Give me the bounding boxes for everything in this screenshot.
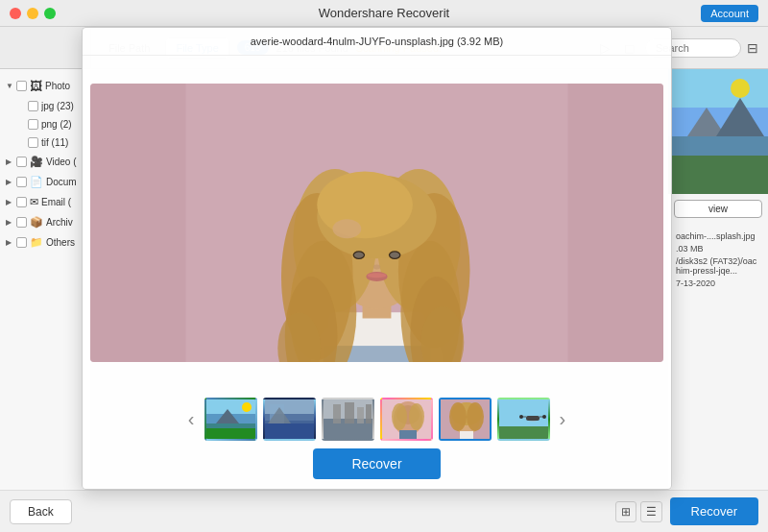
thumbnail-2[interactable] — [263, 398, 316, 441]
right-panel-info: oachim-....splash.jpg .03 MB /disk3s2 (F… — [668, 224, 768, 299]
preview-button[interactable]: view — [674, 200, 762, 218]
svg-point-71 — [542, 415, 546, 419]
thumbnail-6[interactable] — [497, 398, 550, 441]
account-button[interactable]: Account — [701, 5, 758, 22]
bottom-bar: Back ⊞ ☰ Recover — [0, 490, 768, 532]
doc-icon: 📄 — [30, 176, 43, 188]
svg-rect-49 — [345, 402, 354, 423]
svg-rect-48 — [333, 404, 341, 423]
svg-point-32 — [373, 265, 380, 270]
svg-point-61 — [449, 402, 467, 431]
video-label: Video ( — [46, 157, 77, 167]
svg-rect-67 — [526, 416, 540, 421]
svg-point-56 — [392, 403, 407, 430]
minimize-button[interactable] — [27, 8, 38, 19]
photo-folder-icon: 🖼 — [30, 79, 42, 93]
right-panel-thumbnail — [668, 69, 768, 194]
list-view-button[interactable]: ☰ — [640, 501, 662, 522]
thumbnail-1[interactable] — [204, 398, 257, 441]
right-panel-date: 7-13-2020 — [676, 278, 760, 288]
sidebar-item-label: Photo — [45, 81, 70, 91]
email-checkbox[interactable] — [16, 197, 27, 207]
expand-icon-video: ▶ — [6, 157, 13, 166]
video-checkbox[interactable] — [16, 157, 27, 167]
svg-point-30 — [354, 252, 364, 257]
preview-overlay: averie-woodard-4nulm-JUYFo-unsplash.jpg … — [82, 27, 672, 490]
svg-rect-65 — [499, 426, 550, 441]
main-recover-button[interactable]: Recover — [670, 497, 758, 525]
svg-rect-50 — [357, 407, 364, 423]
video-icon: 🎥 — [30, 156, 43, 168]
prev-thumbnail-button[interactable]: ‹ — [184, 408, 199, 430]
svg-rect-9 — [568, 84, 664, 362]
archive-icon: 📦 — [30, 216, 43, 229]
preview-main-image — [83, 56, 671, 390]
file-tree: ▼ 🖼 Photo jpg (23) png (2) tif (11) — [0, 69, 91, 490]
svg-point-57 — [409, 403, 424, 430]
right-panel-filename: oachim-....splash.jpg — [676, 231, 760, 241]
expand-icon-others: ▶ — [6, 238, 13, 247]
woman-photo — [90, 84, 663, 362]
main-container: File Path File Type 619 216 files Found … — [0, 27, 768, 532]
sidebar-top-area — [0, 27, 91, 68]
email-label: Email ( — [41, 197, 71, 207]
tif-label: tif (11) — [41, 137, 68, 148]
sidebar-item-tif[interactable]: tif (11) — [0, 133, 90, 152]
thumbnail-4[interactable] — [380, 398, 433, 441]
png-checkbox[interactable] — [28, 119, 38, 130]
right-panel: view oachim-....splash.jpg .03 MB /disk3… — [667, 69, 768, 490]
sidebar-item-video[interactable]: ▶ 🎥 Video ( — [0, 152, 90, 172]
thumbnail-3[interactable] — [322, 398, 374, 441]
doc-checkbox[interactable] — [16, 177, 27, 187]
svg-point-27 — [332, 219, 361, 238]
svg-rect-42 — [265, 421, 316, 441]
right-panel-preview-image — [668, 69, 768, 194]
window-controls — [10, 8, 56, 19]
sidebar-item-jpg[interactable]: jpg (23) — [0, 97, 90, 115]
right-panel-filesize: .03 MB — [676, 244, 760, 254]
jpg-checkbox[interactable] — [28, 101, 38, 111]
title-bar: Wondershare Recoverit Account — [0, 0, 768, 27]
arch-checkbox[interactable] — [16, 217, 27, 228]
svg-rect-63 — [460, 431, 473, 441]
right-panel-location: /disk3s2 (FAT32)/oachim-pressl-jqe... — [676, 256, 760, 276]
svg-point-40 — [242, 402, 252, 412]
view-toggle: ⊞ ☰ — [615, 501, 662, 522]
svg-point-5 — [731, 79, 750, 98]
expand-icon-doc: ▶ — [6, 178, 13, 186]
expand-icon-email: ▶ — [6, 198, 13, 206]
svg-point-31 — [390, 252, 399, 257]
photo-checkbox[interactable] — [16, 81, 27, 91]
svg-rect-8 — [90, 84, 186, 362]
close-button[interactable] — [10, 8, 21, 19]
others-label: Others — [46, 237, 75, 248]
preview-thumbnails-row: ‹ — [83, 390, 671, 448]
tif-checkbox[interactable] — [28, 137, 38, 148]
expand-icon: ▼ — [6, 82, 13, 90]
thumbnail-5[interactable] — [439, 398, 492, 441]
preview-title: averie-woodard-4nulm-JUYFo-unsplash.jpg … — [83, 28, 671, 56]
doc-label: Docum — [46, 177, 77, 187]
jpg-label: jpg (23) — [41, 101, 74, 111]
preview-recover-button[interactable]: Recover — [313, 448, 440, 479]
sidebar-item-document[interactable]: ▶ 📄 Docum — [0, 172, 90, 192]
png-label: png (2) — [41, 119, 72, 130]
sidebar-item-others[interactable]: ▶ 📁 Others — [0, 232, 90, 253]
sidebar-item-png[interactable]: png (2) — [0, 115, 90, 133]
svg-rect-55 — [399, 430, 417, 441]
filter-icon[interactable]: ⊟ — [747, 40, 758, 56]
next-thumbnail-button[interactable]: › — [556, 408, 570, 430]
maximize-button[interactable] — [44, 8, 56, 19]
expand-icon-arch: ▶ — [6, 218, 13, 227]
sidebar-item-email[interactable]: ▶ ✉ Email ( — [0, 192, 90, 212]
sidebar-item-archive[interactable]: ▶ 📦 Archiv — [0, 212, 90, 232]
svg-point-24 — [317, 172, 413, 239]
svg-rect-51 — [366, 404, 372, 423]
grid-view-button[interactable]: ⊞ — [615, 501, 636, 522]
sidebar-item-photo[interactable]: ▼ 🖼 Photo — [0, 75, 90, 97]
others-icon: 📁 — [30, 236, 43, 249]
others-checkbox[interactable] — [16, 237, 27, 248]
svg-point-34 — [368, 273, 387, 278]
svg-point-70 — [519, 415, 523, 419]
back-button[interactable]: Back — [10, 499, 72, 524]
